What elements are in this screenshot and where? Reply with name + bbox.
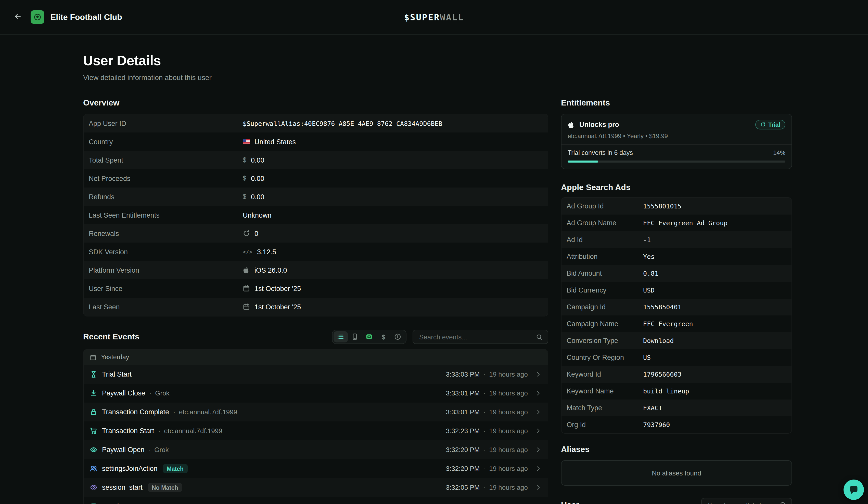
event-row[interactable]: Transaction Start ·etc.annual.7df.1999 3… <box>84 421 548 440</box>
event-row[interactable]: Transaction Complete ·etc.annual.7df.199… <box>84 402 548 421</box>
row-label: Match Type <box>567 404 643 412</box>
right-column: Entitlements Unlocks pro Trial etc.annua… <box>561 98 792 504</box>
row-value: $ 0.00 <box>243 156 264 164</box>
event-subtitle: ·Grok <box>149 389 169 397</box>
logo-secondary: WALL <box>440 12 464 22</box>
filter-transactions-button[interactable]: $ <box>376 331 391 343</box>
event-row[interactable]: Trial Start 3:33:03 PM · 19 hours ago <box>84 365 548 384</box>
events-list: Yesterday Trial Start 3:33:03 PM <box>83 349 548 504</box>
table-row: App User ID $SuperwallAlias:40EC9876-A85… <box>84 114 548 133</box>
event-rows: Trial Start 3:33:03 PM · 19 hours ago <box>84 365 548 504</box>
filter-superwall-button[interactable] <box>362 331 376 343</box>
chevron-right-icon <box>535 465 541 472</box>
table-row: Bid Amount 0.81 <box>561 265 792 282</box>
event-title: settingsJoinAction <box>102 465 158 472</box>
event-title: Transaction Complete <box>102 408 169 416</box>
table-row: Net Proceeds $ 0.00 <box>84 169 548 188</box>
apple-search-ads-table: Ad Group Id 1555801015 Ad Group Name EFC… <box>561 197 792 434</box>
row-value: Unknown <box>243 211 271 219</box>
table-row: Keyword Id 1796566603 <box>561 366 792 383</box>
refresh-icon <box>243 230 250 237</box>
row-value: $SuperwallAlias:40EC9876-A85E-4AE9-8762-… <box>243 119 442 127</box>
table-row: Attribution Yes <box>561 248 792 265</box>
code-icon: </> <box>243 249 252 255</box>
events-group-label: Yesterday <box>101 354 129 361</box>
recent-events-heading: Recent Events <box>83 332 140 342</box>
row-label: App User ID <box>89 119 243 127</box>
event-time: 3:33:03 PM · 19 hours ago <box>446 370 528 378</box>
chevron-right-icon <box>535 428 541 434</box>
table-row: Campaign Id 1555850401 <box>561 298 792 315</box>
row-label: Platform Version <box>89 266 243 274</box>
row-label: Bid Amount <box>567 270 643 277</box>
filter-info-button[interactable] <box>391 331 405 343</box>
aliases-heading: Aliases <box>561 445 792 454</box>
row-value: $ 0.00 <box>243 193 264 200</box>
left-column: Overview App User ID $SuperwallAlias:40E… <box>83 98 548 504</box>
event-title: Session Start <box>102 503 143 504</box>
chevron-right-icon <box>535 484 541 491</box>
row-value: 0 <box>243 230 258 237</box>
row-value: </> 3.12.5 <box>243 248 276 255</box>
table-row: Refunds $ 0.00 <box>84 188 548 206</box>
lock-icon <box>90 408 102 416</box>
main-content: User Details View detailed information a… <box>0 35 868 504</box>
hourglass-icon <box>90 370 102 378</box>
row-label: Country <box>89 138 243 146</box>
event-row[interactable]: Paywall Open ·Grok 3:32:20 PM · 19 hours… <box>84 440 548 459</box>
event-time: 3:32:20 PM · 19 hours ago <box>446 465 528 472</box>
top-bar: Elite Football Club $SUPERWALL <box>0 0 868 35</box>
trial-progress-bar <box>568 160 785 162</box>
event-row[interactable]: settingsJoinAction Match 3:32:20 PM · 19… <box>84 459 548 478</box>
table-row: User Since 1st October '25 <box>84 279 548 297</box>
row-value: USD <box>643 286 654 294</box>
chat-button[interactable] <box>844 480 864 500</box>
row-value: US <box>643 354 651 361</box>
row-value: iOS 26.0.0 <box>243 266 287 274</box>
calendar-icon <box>90 354 96 360</box>
row-value: Download <box>643 337 674 345</box>
filter-all-button[interactable] <box>333 331 348 343</box>
table-row: Last Seen Entitlements Unknown <box>84 206 548 224</box>
filter-device-button[interactable] <box>348 331 362 343</box>
event-time: 3:32:20 PM · 19 hours ago <box>446 446 528 453</box>
trial-badge: Trial <box>755 120 785 129</box>
page-title: User Details <box>83 53 792 69</box>
events-search-input[interactable] <box>418 333 536 341</box>
table-row: Bid Currency USD <box>561 282 792 298</box>
table-row: Org Id 7937960 <box>561 416 792 433</box>
back-button[interactable] <box>12 11 23 23</box>
dollar-icon: $ <box>243 156 246 164</box>
events-search <box>413 330 548 344</box>
table-row: Ad Group Name EFC Evergreen Ad Group <box>561 214 792 231</box>
apple-search-ads-heading: Apple Search Ads <box>561 183 792 192</box>
refresh-icon <box>761 122 766 127</box>
user-attributes-search-input[interactable] <box>707 501 780 504</box>
user-details-page: Elite Football Club $SUPERWALL User Deta… <box>0 0 868 504</box>
entitlement-name: Unlocks pro <box>579 121 619 128</box>
event-time: 3:33:01 PM · 19 hours ago <box>446 408 528 416</box>
row-value: 1555801015 <box>643 202 682 210</box>
event-time: 3:32:23 PM · 19 hours ago <box>446 427 528 435</box>
event-title: Transaction Start <box>102 427 154 435</box>
event-row[interactable]: session_start No Match 3:32:05 PM · 19 h… <box>84 478 548 497</box>
calendar-icon <box>243 303 250 310</box>
entitlement-card: Unlocks pro Trial etc.annual.7df.1999 • … <box>561 114 792 169</box>
row-label: Total Spent <box>89 156 243 164</box>
chevron-right-icon <box>535 503 541 504</box>
event-time: 3:32:05 PM · 19 hours ago <box>446 484 528 491</box>
chat-icon <box>849 485 859 495</box>
chevron-right-icon <box>535 390 541 397</box>
superwall-logo: $SUPERWALL <box>404 12 464 22</box>
row-value: United States <box>243 138 296 146</box>
cart-icon <box>90 427 102 435</box>
user-section-header: User <box>561 498 792 504</box>
page-subtitle: View detailed information about this use… <box>83 73 792 82</box>
event-row[interactable]: Session Start 3:32:05 PM · 19 hours ago <box>84 497 548 504</box>
search-icon <box>780 502 786 504</box>
event-row[interactable]: Paywall Close ·Grok 3:33:01 PM · 19 hour… <box>84 384 548 402</box>
row-value: EFC Evergreen <box>643 320 693 328</box>
row-label: Net Proceeds <box>89 175 243 182</box>
row-label: Renewals <box>89 230 243 237</box>
table-row: Conversion Type Download <box>561 332 792 349</box>
